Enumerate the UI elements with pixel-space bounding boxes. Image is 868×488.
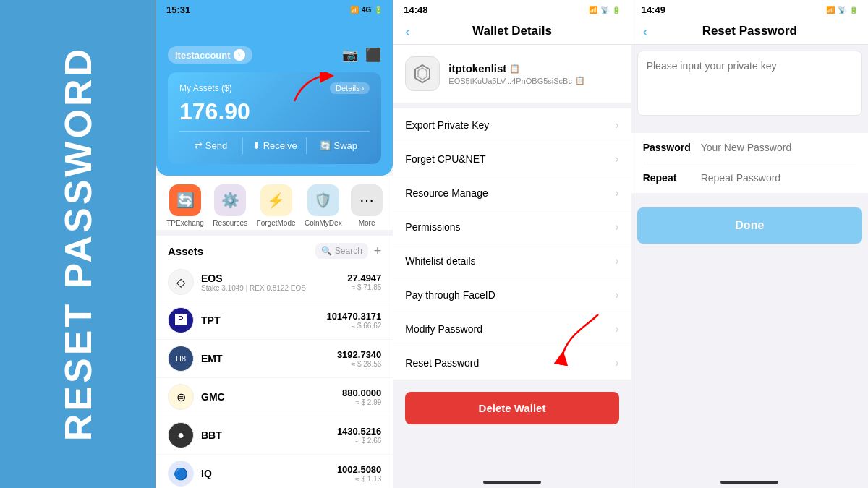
send-icon: ⇄ xyxy=(195,140,203,151)
private-key-input-box[interactable] xyxy=(637,51,862,116)
app-tpexchang[interactable]: 🔄 TPExchang xyxy=(166,184,204,227)
add-asset-button[interactable]: + xyxy=(374,244,382,259)
receive-label: Receive xyxy=(263,140,297,151)
whitelist-chevron: › xyxy=(615,254,618,267)
menu-list: Export Private Key › Forget CPU&NET › Re… xyxy=(393,108,630,380)
resource-chevron: › xyxy=(615,187,618,200)
phone2-nav-title: Wallet Details xyxy=(472,24,552,38)
bbt-value: 1430.5216 ≈ $ 2.66 xyxy=(337,426,381,445)
action-buttons: ⇄ Send ⬇ Receive 🔄 Swap xyxy=(179,131,370,154)
phone2-back-button[interactable]: ‹ xyxy=(405,23,410,40)
gmc-amount: 880.0000 xyxy=(342,388,381,398)
password-field: Password xyxy=(631,133,868,162)
app-coinmydex[interactable]: 🛡️ CoinMyDex xyxy=(305,184,342,227)
receive-button[interactable]: ⬇ Receive xyxy=(243,137,307,154)
tpt-amount: 101470.3171 xyxy=(326,311,381,322)
bbt-name: BBT xyxy=(201,429,337,441)
menu-faceid[interactable]: Pay through FaceID › xyxy=(393,278,630,312)
more-label: More xyxy=(359,219,375,227)
phone3-back-button[interactable]: ‹ xyxy=(643,23,648,40)
emt-value: 3192.7340 ≈ $ 28.56 xyxy=(337,349,381,368)
bbt-icon: ● xyxy=(168,422,194,448)
done-button[interactable]: Done xyxy=(637,207,862,244)
swap-label: Swap xyxy=(334,140,358,151)
delete-wallet-button[interactable]: Delete Wallet xyxy=(405,392,618,424)
wallet-address: EOS5tKuUa5LV...4PnQBG5siScBc 📋 xyxy=(448,76,585,85)
coinmydex-label: CoinMyDex xyxy=(305,219,342,227)
modify-password-chevron: › xyxy=(615,322,618,335)
asset-row-iq[interactable]: 🔵 IQ 1002.5080 ≈ $ 1.13 xyxy=(156,455,393,488)
export-key-chevron: › xyxy=(615,119,618,132)
tpexchang-label: TPExchang xyxy=(166,219,204,227)
password-input[interactable] xyxy=(701,142,856,153)
forgetmode-icon: ⚡ xyxy=(260,184,292,216)
app-resources[interactable]: ⚙️ Resources xyxy=(213,184,247,227)
tpt-value: 101470.3171 ≈ $ 66.62 xyxy=(326,311,381,330)
scan-icon[interactable]: ⬛ xyxy=(365,47,381,63)
phone3: 14:49 📶 📡 🔋 ‹ Reset Password Password xyxy=(631,0,868,488)
copy-name-icon[interactable]: 📋 xyxy=(509,64,520,74)
menu-resource[interactable]: Resource Manage › xyxy=(393,176,630,210)
search-box[interactable]: 🔍 Search xyxy=(315,243,368,259)
forget-cpu-label: Forget CPU&NET xyxy=(405,153,485,165)
account-button[interactable]: itestaccount › xyxy=(168,46,252,64)
copy-addr-icon[interactable]: 📋 xyxy=(575,76,585,85)
bbt-usd: ≈ $ 2.66 xyxy=(337,437,381,445)
whitelist-label: Whitelist details xyxy=(405,255,475,267)
asset-row-bbt[interactable]: ● BBT 1430.5216 ≈ $ 2.66 xyxy=(156,416,393,455)
phone1-status-icons: 📶 4G 🔋 xyxy=(350,6,383,14)
phone1-screen: 15:31 📶 4G 🔋 itestaccount › 📷 xyxy=(156,0,393,488)
gmc-info: GMC xyxy=(201,391,342,403)
resources-label: Resources xyxy=(213,219,247,227)
app-forgetmode[interactable]: ⚡ ForgetMode xyxy=(257,184,296,227)
permissions-label: Permissions xyxy=(405,221,460,233)
phone2: 14:48 📶 📡 🔋 ‹ Wallet Details xyxy=(393,0,630,488)
iq-usd: ≈ $ 1.13 xyxy=(337,475,381,483)
camera-icon[interactable]: 📷 xyxy=(342,47,358,63)
phone2-screen: 14:48 📶 📡 🔋 ‹ Wallet Details xyxy=(393,0,630,488)
menu-modify-password[interactable]: Modify Password › xyxy=(393,312,630,346)
phone2-home-indicator xyxy=(483,481,541,484)
eos-amount: 27.4947 xyxy=(347,273,381,283)
phone2-status-icons: 📶 📡 🔋 xyxy=(589,6,621,14)
export-key-label: Export Private Key xyxy=(405,119,489,131)
menu-forget-cpu[interactable]: Forget CPU&NET › xyxy=(393,142,630,176)
bbt-amount: 1430.5216 xyxy=(337,426,381,437)
iq-name: IQ xyxy=(201,468,337,479)
receive-icon: ⬇ xyxy=(252,140,260,151)
repeat-input[interactable] xyxy=(701,172,856,184)
emt-info: EMT xyxy=(201,353,337,364)
asset-row-tpt[interactable]: 🅿 TPT 101470.3171 ≈ $ 66.62 xyxy=(156,301,393,340)
emt-icon: H8 xyxy=(168,346,194,372)
send-label: Send xyxy=(205,140,227,151)
menu-whitelist[interactable]: Whitelist details › xyxy=(393,244,630,278)
wallet-logo xyxy=(405,56,440,91)
menu-export-key[interactable]: Export Private Key › xyxy=(393,108,630,142)
private-key-textarea[interactable] xyxy=(647,60,853,103)
gmc-usd: ≈ $ 2.99 xyxy=(342,398,381,406)
assets-title: Assets xyxy=(168,245,203,257)
reset-password-chevron: › xyxy=(615,356,618,369)
app-more[interactable]: ⋯ More xyxy=(351,184,383,227)
asset-row-eos[interactable]: ◇ EOS Stake 3.1049 | REX 0.8122 EOS 27.4… xyxy=(156,263,393,301)
swap-button[interactable]: 🔄 Swap xyxy=(307,137,370,154)
asset-row-gmc[interactable]: ⊜ GMC 880.0000 ≈ $ 2.99 xyxy=(156,378,393,416)
password-fields: Password Repeat xyxy=(631,133,868,193)
my-assets-label: My Assets ($) xyxy=(179,83,232,93)
phone2-status-bar: 14:48 📶 📡 🔋 xyxy=(393,0,630,18)
phone1: 15:31 📶 4G 🔋 itestaccount › 📷 xyxy=(156,0,393,488)
battery-icon: 🔋 xyxy=(374,6,383,14)
phone3-nav-bar: ‹ Reset Password xyxy=(631,18,868,45)
wallet-name: itptokenlist 📋 xyxy=(448,62,585,74)
repeat-field: Repeat xyxy=(631,163,868,192)
swap-icon: 🔄 xyxy=(320,140,331,151)
reset-password-text: RESET PASSWORD xyxy=(59,46,97,441)
menu-permissions[interactable]: Permissions › xyxy=(393,210,630,244)
details-link[interactable]: Details › xyxy=(330,82,370,94)
iq-icon: 🔵 xyxy=(168,461,194,487)
menu-reset-password[interactable]: Reset Password › xyxy=(393,346,630,380)
forgetmode-label: ForgetMode xyxy=(257,219,296,227)
forget-cpu-chevron: › xyxy=(615,153,618,166)
asset-row-emt[interactable]: H8 EMT 3192.7340 ≈ $ 28.56 xyxy=(156,340,393,378)
send-button[interactable]: ⇄ Send xyxy=(179,137,243,154)
